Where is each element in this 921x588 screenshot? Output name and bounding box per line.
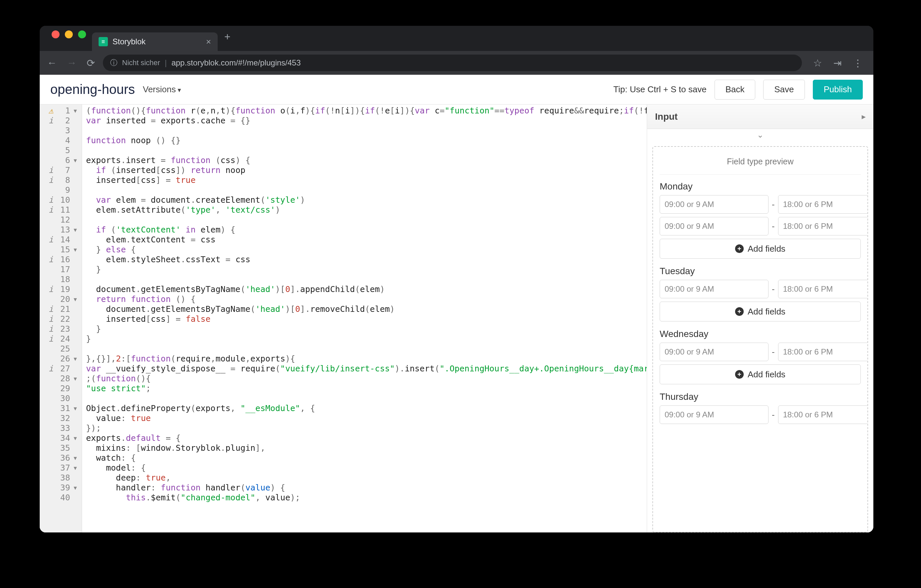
code-area[interactable]: (function(){function r(e,n,t){function o…: [82, 104, 647, 533]
time-from-input[interactable]: [660, 217, 768, 236]
code-line[interactable]: inserted[css] = true: [86, 175, 643, 185]
day-label: Monday: [660, 181, 861, 192]
tab-title: Storyblok: [112, 37, 146, 46]
code-line[interactable]: [86, 146, 643, 156]
code-line[interactable]: }: [86, 324, 643, 334]
code-line[interactable]: model: {: [86, 463, 643, 473]
code-line[interactable]: handler: function handler(value) {: [86, 483, 643, 493]
add-fields-button[interactable]: +Add fields: [660, 364, 861, 384]
gutter-line: i14: [48, 235, 78, 245]
save-button[interactable]: Save: [763, 80, 805, 99]
code-line[interactable]: "use strict";: [86, 383, 643, 393]
add-fields-button[interactable]: +Add fields: [660, 302, 861, 322]
gutter-line: 6▾: [48, 156, 78, 166]
gutter-line: 35: [48, 443, 78, 453]
code-line[interactable]: } else {: [86, 245, 643, 255]
dash-separator: -: [772, 347, 775, 357]
code-line[interactable]: mixins: [window.Storyblok.plugin],: [86, 443, 643, 453]
code-line[interactable]: [86, 393, 643, 403]
code-line[interactable]: }: [86, 334, 643, 344]
code-line[interactable]: exports.insert = function (css) {: [86, 156, 643, 166]
new-tab-button[interactable]: +: [218, 31, 237, 46]
gutter-line: i8: [48, 175, 78, 185]
code-line[interactable]: elem.styleSheet.cssText = css: [86, 255, 643, 265]
url-field[interactable]: ⓘ Nicht sicher | app.storyblok.com/#!/me…: [103, 55, 802, 71]
back-icon[interactable]: ←: [45, 57, 59, 68]
code-line[interactable]: Object.defineProperty(exports, "__esModu…: [86, 403, 643, 413]
editor-toolbar: opening-hours Versions Tip: Use Ctrl + S…: [40, 75, 873, 104]
time-to-input[interactable]: [778, 343, 868, 361]
bookmark-star-icon[interactable]: ☆: [811, 57, 824, 69]
code-line[interactable]: inserted[css] = false: [86, 314, 643, 324]
code-line[interactable]: this.$emit("changed-model", value);: [86, 493, 643, 503]
code-line[interactable]: var inserted = exports.cache = {}: [86, 116, 643, 126]
window-controls: [46, 31, 92, 46]
code-line[interactable]: exports.default = {: [86, 433, 643, 443]
gutter-line: 5: [48, 146, 78, 156]
time-from-input[interactable]: [660, 195, 768, 214]
preview-body: Field type preview Monday--+Add fieldsTu…: [653, 146, 868, 533]
day-block: Monday--+Add fields: [660, 181, 861, 258]
code-line[interactable]: elem.textContent = css: [86, 235, 643, 245]
code-line[interactable]: }: [86, 265, 643, 275]
code-line[interactable]: [86, 126, 643, 136]
reload-icon[interactable]: ⟳: [85, 57, 97, 69]
gutter-line: 18: [48, 275, 78, 284]
kebab-menu-icon[interactable]: ⋮: [851, 57, 865, 69]
gutter-line: 30: [48, 393, 78, 403]
gutter-line: 28▾: [48, 374, 78, 383]
publish-button[interactable]: Publish: [813, 80, 863, 99]
browser-tab[interactable]: ≡ Storyblok ×: [92, 32, 218, 51]
code-line[interactable]: });: [86, 423, 643, 433]
plus-icon: +: [735, 307, 744, 316]
forward-icon[interactable]: →: [65, 57, 79, 68]
chevron-down-icon: ⌄: [757, 130, 763, 139]
time-from-input[interactable]: [660, 406, 768, 424]
extensions-icon[interactable]: ⇥: [832, 57, 844, 69]
versions-dropdown[interactable]: Versions: [143, 84, 181, 94]
gutter-line: 31▾: [48, 403, 78, 413]
code-line[interactable]: document.getElementsByTagName('head')[0]…: [86, 284, 643, 294]
code-line[interactable]: [86, 185, 643, 195]
time-to-input[interactable]: [778, 195, 868, 214]
time-from-input[interactable]: [660, 280, 768, 298]
code-line[interactable]: if ('textContent' in elem) {: [86, 225, 643, 235]
time-to-input[interactable]: [778, 280, 868, 298]
code-line[interactable]: deep: true,: [86, 473, 643, 483]
collapse-toggle[interactable]: ⌄: [647, 129, 873, 141]
code-line[interactable]: value: true: [86, 413, 643, 423]
gutter-line: i27: [48, 364, 78, 374]
gutter-line: i2: [48, 116, 78, 126]
code-line[interactable]: function noop () {}: [86, 136, 643, 146]
code-line[interactable]: },{}],2:[function(require,module,exports…: [86, 354, 643, 364]
gutter-line: 17: [48, 265, 78, 275]
code-line[interactable]: ;(function(){: [86, 374, 643, 383]
time-to-input[interactable]: [778, 406, 868, 424]
code-line[interactable]: var __vueify_style_dispose__ = require("…: [86, 364, 643, 374]
code-line[interactable]: [86, 215, 643, 225]
code-line[interactable]: elem.setAttribute('type', 'text/css'): [86, 205, 643, 215]
code-editor[interactable]: ⚠1▾i2 3 4 5 6▾i7 i8 9 i10 i11 12 13▾i14 …: [40, 104, 647, 533]
code-line[interactable]: (function(){function r(e,n,t){function o…: [86, 106, 643, 116]
back-button[interactable]: Back: [714, 80, 756, 99]
time-from-input[interactable]: [660, 343, 768, 361]
code-line[interactable]: watch: {: [86, 453, 643, 463]
minimize-window-icon[interactable]: [65, 31, 73, 38]
close-window-icon[interactable]: [52, 31, 60, 38]
code-line[interactable]: var elem = document.createElement('style…: [86, 195, 643, 205]
input-section-header[interactable]: Input ▸: [647, 104, 873, 129]
code-line[interactable]: [86, 275, 643, 284]
code-line[interactable]: document.getElementsByTagName('head')[0]…: [86, 304, 643, 314]
code-line[interactable]: if (inserted[css]) return noop: [86, 166, 643, 175]
chevron-right-icon: ▸: [862, 112, 866, 121]
code-line[interactable]: [86, 344, 643, 354]
site-info-icon[interactable]: ⓘ: [110, 58, 117, 68]
plugin-name: opening-hours: [50, 82, 135, 97]
gutter-line: 38: [48, 473, 78, 483]
gutter-line: 37▾: [48, 463, 78, 473]
tab-close-icon[interactable]: ×: [206, 37, 211, 47]
time-to-input[interactable]: [778, 217, 868, 236]
add-fields-button[interactable]: +Add fields: [660, 239, 861, 258]
maximize-window-icon[interactable]: [78, 31, 86, 38]
code-line[interactable]: return function () {: [86, 294, 643, 304]
